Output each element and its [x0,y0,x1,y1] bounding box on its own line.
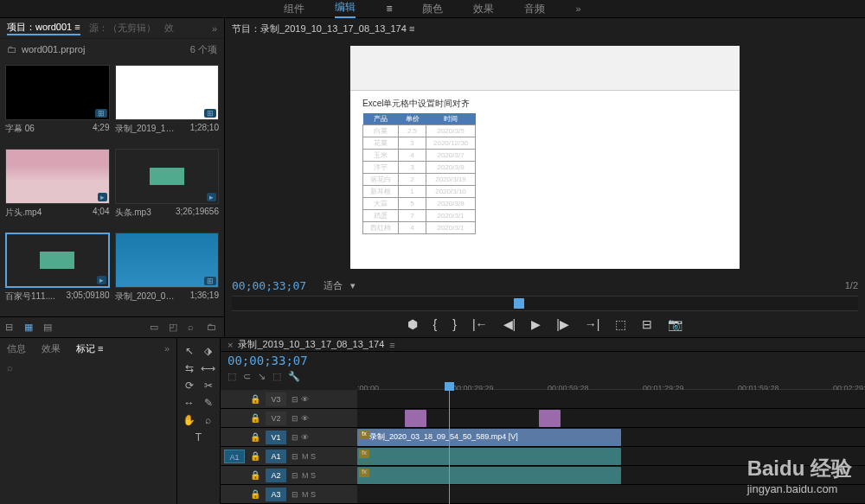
ws-tab-audio[interactable]: 音频 [524,2,545,16]
project-header: 项目：word001 ≡ 源：（无剪辑） 效 » [0,18,224,39]
track-v2[interactable]: 🔒V2⊟ 👁 [221,409,865,428]
pen-tool-icon[interactable]: ✎ [201,395,216,411]
program-title[interactable]: 节目：录制_2019_10_13_17_08_13_174 ≡ [232,22,414,35]
ws-tab-editing[interactable]: 编辑 [335,0,356,18]
folder-new-icon[interactable]: 🗀 [207,322,219,334]
fit-dropdown[interactable]: 适合 ▾ [324,279,356,292]
marker-add-icon[interactable]: ↘ [258,371,266,382]
razor-tool-icon[interactable]: ✂ [201,378,216,393]
bin-thumb-3[interactable]: ▸ [115,149,220,204]
bin-item-0[interactable]: ⊞ 字幕 064;29 [5,65,110,144]
info-tab-markers[interactable]: 标记 ≡ [76,342,103,355]
info-tab-effects[interactable]: 效果 [42,342,61,355]
ripple-edit-tool-icon[interactable]: ⇆ [182,360,197,376]
info-tab-info[interactable]: 信息 [7,342,26,355]
freeform-view-icon[interactable]: ▤ [43,322,55,334]
track-v3[interactable]: 🔒V3⊟ 👁 [221,390,865,409]
clip-v2-1[interactable] [405,410,426,427]
search-icon[interactable]: ⌕ [7,362,13,373]
bin-item-4[interactable]: ▸ 百家号111....3;05;09180 [5,233,110,311]
rolling-edit-tool-icon[interactable]: ⟷ [201,360,216,376]
lock-icon[interactable]: 🔒 [250,451,260,461]
new-item-icon[interactable]: ◰ [169,322,181,334]
source-tab[interactable]: 源：（无剪辑） [89,22,156,35]
hand-tool-icon[interactable]: ✋ [182,412,197,428]
track-a1[interactable]: A1🔒A1⊟ M S fx [221,447,865,466]
timeline-ruler[interactable]: ;00;00 00;00;29;29 00;00;59;28 00;01;29;… [357,384,865,390]
go-to-in-icon[interactable]: |← [472,317,488,331]
track-v1[interactable]: 🔒V1⊟ 👁 fx 录制_2020_03_18_09_54_50_589.mp4… [221,428,865,447]
new-bin-icon[interactable]: ▭ [150,322,162,334]
effects-tab-short[interactable]: 效 [164,22,174,35]
lift-icon[interactable]: ⬚ [615,317,626,331]
export-frame-icon[interactable]: 📷 [668,317,682,331]
rate-stretch-tool-icon[interactable]: ⟳ [182,378,197,393]
scrubber-playhead[interactable] [514,298,524,309]
lock-icon[interactable]: 🔒 [250,432,260,442]
bin-thumb-2[interactable]: ▸ [5,149,110,204]
lock-icon[interactable]: 🔒 [250,394,260,404]
project-tab[interactable]: 项目：word001 ≡ [7,21,80,35]
step-forward-icon[interactable]: |▶ [556,317,569,331]
step-back-icon[interactable]: ◀| [503,317,516,331]
track-a3[interactable]: 🔒A3⊟ M S [221,485,865,504]
play-icon[interactable]: ▶ [531,317,541,331]
project-breadcrumb: 🗀 word001.prproj 6 个项 [0,39,224,60]
transport-bar: 00;00;33;07 适合 ▾ 1/2 [225,275,865,296]
go-to-out-icon[interactable]: →| [585,317,600,331]
track-a2[interactable]: 🔒A2⊟ M S fx [221,466,865,485]
ws-tab-indicator: ≡ [386,3,392,15]
bin-item-5[interactable]: ⊞ 录制_2020_03_...1;36;19 [115,233,220,311]
marker-icon[interactable]: ⬢ [407,317,418,331]
timeline-timecode[interactable]: 00;00;33;07 [227,354,308,367]
item-count: 6 个项 [190,43,217,56]
timeline-controls: ⬚ ⊂ ↘ ⬚ 🔧 [221,369,865,384]
monitor-viewport[interactable]: Excel单元格中设置时间对齐 产品单价时间 白菜2.52020/3/5 花菜3… [225,39,865,275]
bin-item-3[interactable]: ▸ 头条.mp33;26;19656 [115,149,220,227]
ws-tab-assembly[interactable]: 组件 [284,2,304,16]
ws-tab-effects[interactable]: 效果 [473,2,494,16]
program-timecode[interactable]: 00;00;33;07 [232,279,306,292]
track-select-tool-icon[interactable]: ⬗ [201,343,216,359]
clip-v2-2[interactable] [539,410,561,427]
zoom-tool-icon[interactable]: ⌕ [201,412,216,428]
list-view-icon[interactable]: ⊟ [5,322,17,334]
timeline-title[interactable]: 录制_2019_10_13_17_08_13_174 [238,338,384,351]
snap-icon[interactable]: ⬚ [227,371,236,382]
info-overflow[interactable]: » [164,343,170,354]
bin-item-2[interactable]: ▸ 片头.mp44;04 [5,149,110,227]
lock-icon[interactable]: 🔒 [250,470,260,480]
bin-thumb-1[interactable]: ⊞ [115,65,220,120]
clip-a1-main[interactable]: fx [357,448,621,465]
link-icon[interactable]: ⊂ [243,371,251,382]
bin-thumb-0[interactable]: ⊞ [5,65,110,120]
type-tool-icon[interactable]: T [191,430,207,445]
settings-icon[interactable]: ⬚ [272,371,281,382]
zoom-info[interactable]: 1/2 [845,280,858,290]
timeline-tracks: 🔒V3⊟ 👁 🔒V2⊟ 👁 🔒V1⊟ 👁 fx 录制_2020_03_18_09… [221,390,865,504]
slip-tool-icon[interactable]: ↔ [182,395,197,411]
lock-icon[interactable]: 🔒 [250,413,260,423]
timeline-playhead[interactable] [449,384,450,504]
out-point-icon[interactable]: } [452,317,457,331]
ws-tab-color[interactable]: 颜色 [422,2,443,16]
info-tabs: 信息 效果 标记 ≡ » [0,338,176,359]
clip-v1-main[interactable]: fx 录制_2020_03_18_09_54_50_589.mp4 [V] [357,429,621,446]
project-filename[interactable]: word001.prproj [22,44,85,54]
monitor-frame: Excel单元格中设置时间对齐 产品单价时间 白菜2.52020/3/5 花菜3… [350,46,740,269]
bin-item-1[interactable]: ⊞ 录制_2019_10_...1;28;10 [115,65,220,144]
in-point-icon[interactable]: { [433,317,438,331]
close-icon[interactable]: × [227,340,233,350]
icon-view-icon[interactable]: ▦ [24,322,36,334]
clip-a2-main[interactable]: fx [357,467,621,484]
extract-icon[interactable]: ⊟ [642,317,652,331]
bin-thumb-4[interactable]: ▸ [5,233,110,288]
program-scrubber[interactable] [232,296,858,311]
bin-thumb-5[interactable]: ⊞ [115,233,220,288]
selection-tool-icon[interactable]: ↖ [182,343,197,359]
panel-overflow[interactable]: » [212,23,217,34]
wrench-icon[interactable]: 🔧 [288,371,300,382]
clear-icon[interactable]: ⌕ [188,322,200,334]
ws-more[interactable]: » [575,3,580,14]
lock-icon[interactable]: 🔒 [250,489,260,499]
